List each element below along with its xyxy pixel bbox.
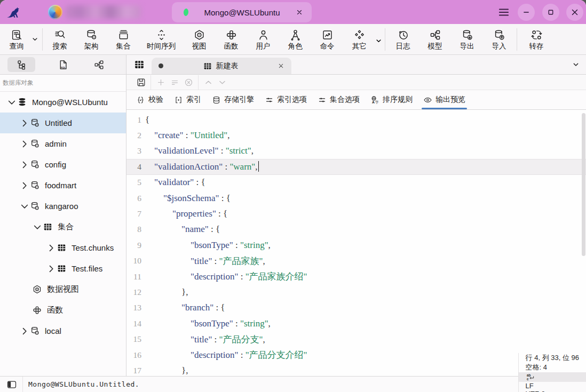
editor-toolbar-separator	[151, 75, 151, 90]
function-icon	[32, 305, 42, 315]
close-icon[interactable]	[296, 9, 303, 16]
close-window-button[interactable]	[566, 4, 583, 21]
status-cursor-position[interactable]: 行 4, 列 33, 位 96	[518, 353, 586, 363]
subtab-indexes[interactable]: 索引	[169, 90, 207, 109]
toolbar-button-query[interactable]: 查询	[4, 25, 29, 54]
line-number: 10	[126, 256, 141, 266]
subtab-label: 校验	[148, 95, 163, 105]
layout-left-icon[interactable]	[6, 379, 17, 390]
chevron-down-icon[interactable]	[6, 99, 17, 106]
query-dropdown-button[interactable]	[29, 25, 41, 54]
panel-tab-query-editor[interactable]: SQL	[58, 59, 69, 70]
toolbar-button-collection[interactable]: 集合	[107, 25, 139, 54]
chevron-down-icon[interactable]	[19, 203, 30, 210]
document-tabbar: 新建表	[126, 55, 586, 75]
toolbar-button-export[interactable]: 导出	[451, 25, 483, 54]
subtab-storage-engine[interactable]: 存储引擎	[207, 90, 259, 109]
toolbar-button-view[interactable]: 视图	[183, 25, 215, 54]
chevron-right-icon[interactable]	[46, 265, 57, 273]
database-icon	[30, 326, 40, 336]
menu-icon[interactable]	[496, 6, 511, 19]
tree-item-test-chunks[interactable]: Test.chunks	[0, 237, 126, 258]
tree-item-local[interactable]: local	[0, 321, 126, 341]
chevron-right-icon[interactable]	[19, 327, 30, 335]
toolbar-button-label: 搜索	[53, 43, 67, 50]
blurred-tab[interactable]	[65, 5, 141, 19]
connection-title-tab[interactable]: Mongo@WSLUbuntu	[172, 2, 312, 22]
doc-tab-new-table[interactable]: 新建表	[152, 58, 291, 74]
connection-tab-label: Mongo@WSLUbuntu	[188, 8, 296, 17]
chevron-down-icon	[30, 35, 39, 44]
status-encoding[interactable]: UTF-8	[518, 390, 586, 392]
tree-item-data-views[interactable]: 数据视图	[0, 279, 126, 300]
chevron-down-icon[interactable]	[32, 223, 43, 231]
command-icon	[321, 29, 334, 41]
toolbar-button-label: 其它	[352, 43, 367, 50]
toolbar-button-dump[interactable]: 转存	[519, 25, 554, 54]
maximize-button[interactable]	[542, 4, 559, 21]
editor-scrollbar[interactable]	[582, 113, 585, 256]
save-button[interactable]	[134, 75, 148, 89]
code-text: "bsonType" : "string",	[141, 318, 271, 329]
line-number: 13	[126, 303, 141, 313]
tree-item-admin[interactable]: admin	[0, 133, 126, 154]
toolbar-button-command[interactable]: 命令	[311, 25, 343, 54]
chevron-right-icon[interactable]	[19, 140, 30, 148]
tree-item-kangaroo[interactable]: kangaroo	[0, 196, 126, 217]
subtab-output-preview[interactable]: 输出预览	[418, 90, 471, 109]
move-up-button[interactable]	[201, 75, 215, 89]
tree-item-foodmart[interactable]: foodmart	[0, 175, 126, 196]
subtab-collation[interactable]: A字排序规则	[365, 90, 418, 109]
tree-item-functions[interactable]: 函数	[0, 300, 126, 321]
indexes-icon	[174, 95, 183, 105]
cancel-button[interactable]	[181, 75, 195, 89]
model-icon	[429, 29, 441, 41]
chevron-right-icon[interactable]	[19, 161, 30, 169]
status-word-wrap[interactable]: abc	[518, 372, 586, 382]
doc-tab-title: 新建表	[163, 61, 278, 71]
toolbar-button-timeseries[interactable]: 时间序列	[139, 25, 183, 54]
toolbar-button-user[interactable]: 用户	[247, 25, 279, 54]
toolbar-button-import[interactable]: 导入	[483, 25, 515, 54]
view-icon	[193, 29, 205, 41]
tree-item-config[interactable]: config	[0, 154, 126, 175]
tree-item-untitled[interactable]: Untitled	[0, 113, 126, 133]
chevron-down-icon[interactable]	[374, 36, 383, 45]
subtab-label: 索引选项	[277, 95, 307, 105]
status-spaces[interactable]: 空格: 4	[518, 363, 586, 372]
chevron-right-icon[interactable]	[19, 182, 30, 189]
subtab-label: 输出预览	[435, 95, 465, 105]
chevron-right-icon[interactable]	[19, 119, 30, 127]
toolbar-button-label: 函数	[224, 43, 239, 50]
tree-item-collections[interactable]: 集合	[0, 217, 126, 237]
delete-field-button[interactable]	[168, 75, 181, 89]
toolbar-button-log[interactable]: 日志	[387, 25, 419, 54]
toolbar-button-function[interactable]: 函数	[215, 25, 247, 54]
kangaroo-logo-icon	[5, 4, 21, 20]
tree-item-test-files[interactable]: Test.files	[0, 258, 126, 279]
minimize-button[interactable]	[518, 4, 535, 21]
subtab-validation[interactable]: 校验	[131, 90, 169, 109]
subtab-index-options[interactable]: 索引选项	[259, 90, 312, 109]
toolbar-button-model[interactable]: 模型	[419, 25, 451, 54]
panel-tab-objects-tree[interactable]	[7, 57, 35, 72]
chevron-down-icon[interactable]	[571, 60, 581, 69]
chevron-right-icon[interactable]	[46, 244, 57, 252]
status-line-ending[interactable]: LF	[518, 382, 586, 390]
add-field-button[interactable]	[154, 75, 168, 89]
word-wrap-icon: abc	[526, 372, 535, 382]
tree-item-label: config	[45, 160, 66, 169]
toolbar-button-schema[interactable]: 架构	[75, 25, 107, 54]
move-down-button[interactable]	[215, 75, 229, 89]
subtab-collection-options[interactable]: 集合选项	[312, 90, 365, 109]
panel-tab-model-designer[interactable]	[93, 59, 105, 70]
code-editor[interactable]: 1{2 "create" : "Untitled",3 "validationL…	[126, 110, 586, 376]
toolbar-button-other[interactable]: 其它	[343, 25, 375, 54]
close-tab-icon[interactable]	[278, 62, 284, 69]
statusbar: Mongo@WSLUbuntu.Untitled. 行 4, 列 33, 位 9…	[0, 376, 586, 392]
toolbar-button-search[interactable]: 搜索	[44, 25, 75, 54]
objects-tab-button[interactable]	[133, 59, 145, 70]
code-line-2: 2 "create" : "Untitled",	[126, 127, 586, 143]
tree-item-connection[interactable]: Mongo@WSLUbuntu	[0, 92, 126, 113]
toolbar-button-role[interactable]: 角色	[279, 25, 311, 54]
